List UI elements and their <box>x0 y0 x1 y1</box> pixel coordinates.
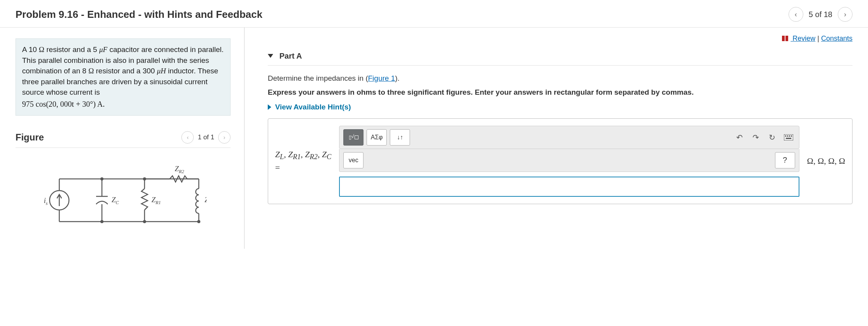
svg-text:is: is <box>44 196 48 206</box>
problem-title: Problem 9.16 - Enhanced - with Hints and… <box>16 9 789 21</box>
page-header: Problem 9.16 - Enhanced - with Hints and… <box>0 0 868 28</box>
pager-text: 5 of 18 <box>809 10 832 19</box>
greek-button[interactable]: ΑΣφ <box>367 129 387 146</box>
figure-title: Figure <box>16 132 181 143</box>
svg-rect-29 <box>785 135 786 137</box>
right-column: Review | Constants Part A Determine the … <box>245 28 868 249</box>
svg-point-20 <box>197 220 200 223</box>
figure-1-link[interactable]: Figure 1 <box>368 74 395 82</box>
svg-rect-31 <box>789 135 790 137</box>
svg-text:ZR2: ZR2 <box>175 165 184 174</box>
figure-pager-text: 1 of 1 <box>198 134 214 141</box>
svg-rect-33 <box>786 138 791 139</box>
toolbar-row2: vec ? <box>339 149 799 172</box>
view-hints-button[interactable]: View Available Hint(s) <box>268 103 852 111</box>
figure-prev-button[interactable]: ‹ <box>181 131 194 144</box>
part-a-title: Part A <box>279 52 302 61</box>
answer-middle: ▯√ ΑΣφ ↓↑ ↶ ↷ ↻ vec ? <box>339 126 799 197</box>
keyboard-button[interactable] <box>782 131 795 144</box>
svg-rect-30 <box>787 135 788 137</box>
help-button[interactable]: ? <box>775 152 795 168</box>
svg-rect-32 <box>791 135 792 137</box>
redo-button[interactable]: ↷ <box>749 131 763 144</box>
svg-point-19 <box>143 220 146 223</box>
figure-next-button[interactable]: › <box>218 131 231 144</box>
collapse-icon <box>268 54 273 58</box>
svg-rect-28 <box>784 134 793 140</box>
problem-statement: A 10 Ω resistor and a 5 μF capacitor are… <box>16 38 231 116</box>
svg-point-16 <box>100 177 103 180</box>
left-column: A 10 Ω resistor and a 5 μF capacitor are… <box>0 28 245 249</box>
svg-rect-26 <box>782 36 785 41</box>
answer-lhs: ZL, ZR1, ZR2, ZC = <box>275 149 331 173</box>
svg-text:ZC: ZC <box>112 196 119 205</box>
svg-text:ZR1: ZR1 <box>152 196 161 205</box>
circuit-diagram: is ZC ZR1 ZR2 ZL <box>16 148 231 233</box>
instruction-text: Determine the impedances in (Figure 1). <box>268 74 852 83</box>
equation: 975 cos(20, 000t + 30°) A. <box>22 99 224 110</box>
answer-units: Ω, Ω, Ω, Ω <box>807 156 845 166</box>
reset-button[interactable]: ↻ <box>766 131 779 144</box>
figure-pager: ‹ 1 of 1 › <box>181 131 231 144</box>
answer-input[interactable] <box>339 177 799 197</box>
expand-icon <box>268 104 271 110</box>
next-problem-button[interactable]: › <box>838 7 852 22</box>
prev-problem-button[interactable]: ‹ <box>789 7 803 22</box>
svg-rect-27 <box>785 36 788 41</box>
problem-pager: ‹ 5 of 18 › <box>789 7 852 22</box>
review-icon <box>782 35 789 43</box>
vec-button[interactable]: vec <box>343 152 363 168</box>
part-a-header[interactable]: Part A <box>268 49 852 66</box>
svg-text:ZL: ZL <box>205 196 207 205</box>
constants-link[interactable]: Constants <box>821 35 852 42</box>
svg-point-18 <box>143 177 146 180</box>
answer-format-instruction: Express your answers in ohms to three si… <box>268 88 852 97</box>
equation-toolbar: ▯√ ΑΣφ ↓↑ ↶ ↷ ↻ <box>339 126 799 149</box>
undo-button[interactable]: ↶ <box>733 131 746 144</box>
figure-header: Figure ‹ 1 of 1 › <box>16 131 231 148</box>
top-links: Review | Constants <box>268 35 852 43</box>
updown-button[interactable]: ↓↑ <box>390 129 410 146</box>
answer-box: ZL, ZR1, ZR2, ZC = ▯√ ΑΣφ ↓↑ ↶ ↷ ↻ <box>268 118 852 204</box>
svg-point-17 <box>100 220 103 223</box>
review-link[interactable]: Review <box>790 35 815 42</box>
templates-button[interactable]: ▯√ <box>343 129 363 146</box>
